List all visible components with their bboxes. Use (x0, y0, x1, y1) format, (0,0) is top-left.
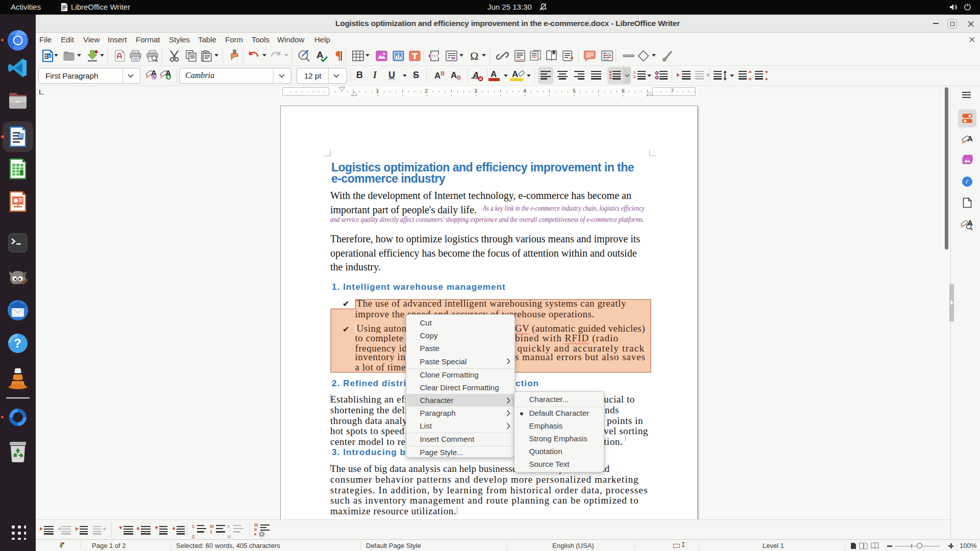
svg-text:?: ? (14, 336, 21, 350)
svg-text:A: A (967, 218, 973, 227)
svg-text:1: 1 (517, 58, 519, 61)
svg-text:A: A (316, 49, 324, 60)
svg-text:Ω: Ω (470, 49, 478, 62)
